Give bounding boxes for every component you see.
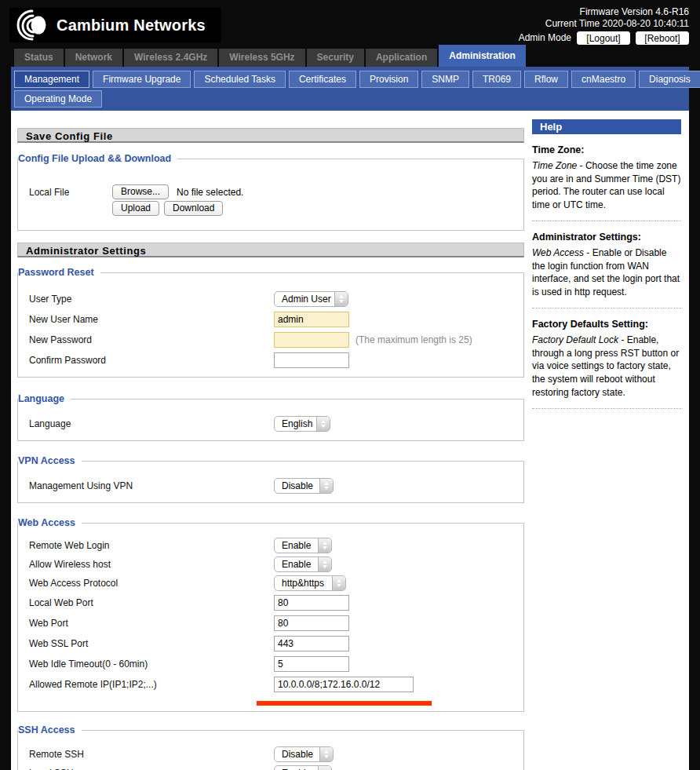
- web-port-input[interactable]: [274, 615, 349, 631]
- subtab-diagnosis[interactable]: Diagnosis: [639, 71, 700, 88]
- ssh-access-legend: SSH Access: [18, 724, 82, 735]
- allow-wireless-host-value: Enable: [275, 559, 311, 570]
- password-reset-group: Password Reset User Type Admin User New …: [17, 267, 524, 378]
- management-using-vpn-value: Disable: [275, 480, 313, 491]
- select-stepper-icon: [316, 417, 330, 431]
- select-stepper-icon: [318, 766, 331, 770]
- main-tab-bar: Status Network Wireless 2.4GHz Wireless …: [14, 45, 526, 67]
- user-type-value: Admin User: [275, 294, 331, 305]
- web-ssl-port-label: Web SSL Port: [18, 638, 274, 649]
- administrator-settings-section-header: Administrator Settings: [17, 243, 524, 257]
- subtab-scheduled-tasks[interactable]: Scheduled Tasks: [194, 71, 286, 88]
- web-ssl-port-input[interactable]: [274, 636, 349, 651]
- subtab-rflow[interactable]: Rflow: [524, 71, 568, 88]
- select-stepper-icon: [332, 576, 345, 590]
- language-value: English: [275, 418, 312, 429]
- local-file-label: Local File: [18, 187, 112, 198]
- language-group: Language Language English: [17, 393, 524, 441]
- ssh-access-group: SSH Access Remote SSH Disable Local SSH …: [17, 724, 524, 770]
- help-heading: Time Zone:: [532, 144, 681, 155]
- subtab-cnmaestro[interactable]: cnMaestro: [571, 71, 636, 88]
- admin-mode-label: Admin Mode: [519, 32, 571, 44]
- brand-name: Cambium Networks: [57, 16, 206, 35]
- user-type-label: User Type: [18, 294, 274, 305]
- allow-wireless-host-label: Allow Wireless host: [18, 559, 274, 570]
- no-file-selected-text: No file selected.: [177, 187, 243, 198]
- subtab-snmp[interactable]: SNMP: [421, 71, 469, 88]
- firmware-version-text: Firmware Version 4.6-R16: [519, 6, 689, 18]
- help-heading: Factory Defaults Setting:: [532, 319, 681, 330]
- subtab-firmware-upgrade[interactable]: Firmware Upgrade: [93, 71, 191, 88]
- new-password-input[interactable]: [274, 332, 349, 348]
- vpn-access-legend: VPN Access: [18, 455, 82, 466]
- remote-web-login-value: Enable: [275, 540, 311, 551]
- logout-button[interactable]: [Logout]: [577, 31, 630, 45]
- remote-ssh-label: Remote SSH: [18, 749, 274, 760]
- tab-wireless-24ghz[interactable]: Wireless 2.4GHz: [124, 49, 217, 67]
- admin-management-page: Cambium Networks Firmware Version 4.6-R1…: [0, 0, 700, 770]
- help-term: Web Access: [532, 247, 584, 258]
- subtab-management[interactable]: Management: [14, 71, 89, 88]
- tab-application[interactable]: Application: [366, 49, 437, 67]
- help-heading: Administrator Settings:: [532, 232, 681, 243]
- help-sidebar: Help Time Zone: Time Zone - Choose the t…: [532, 119, 681, 409]
- help-term: Time Zone: [532, 160, 577, 171]
- select-stepper-icon: [318, 557, 331, 571]
- help-block-factory-defaults: Factory Defaults Setting: Factory Defaul…: [532, 319, 681, 409]
- management-using-vpn-select[interactable]: Disable: [274, 478, 334, 494]
- tab-network[interactable]: Network: [65, 49, 122, 67]
- web-access-legend: Web Access: [18, 517, 82, 528]
- web-idle-timeout-input[interactable]: [274, 656, 349, 672]
- password-reset-legend: Password Reset: [18, 267, 100, 278]
- web-idle-timeout-label: Web Idle Timeout(0 - 60min): [18, 659, 274, 670]
- reboot-button[interactable]: [Reboot]: [636, 31, 689, 45]
- subtab-operating-mode[interactable]: Operating Mode: [14, 90, 102, 108]
- remote-web-login-label: Remote Web Login: [18, 540, 274, 551]
- new-user-name-input[interactable]: [274, 312, 349, 327]
- select-stepper-icon: [319, 747, 333, 761]
- web-access-protocol-select[interactable]: http&https: [274, 575, 346, 591]
- new-password-label: New Password: [18, 334, 274, 345]
- language-select[interactable]: English: [274, 416, 330, 432]
- cambium-logo-icon: [16, 9, 52, 42]
- page-content: Save Config File Config File Upload && D…: [11, 111, 689, 770]
- download-button[interactable]: Download: [164, 201, 223, 216]
- allowed-remote-ip-input[interactable]: [274, 677, 414, 692]
- local-web-port-input[interactable]: [274, 595, 349, 611]
- allowed-remote-ip-label: Allowed Remote IP(IP1;IP2;...): [18, 679, 274, 690]
- confirm-password-label: Confirm Password: [18, 355, 274, 366]
- sub-tab-bar: Management Firmware Upgrade Scheduled Ta…: [11, 67, 689, 111]
- subtab-tr069[interactable]: TR069: [472, 71, 521, 88]
- browse-button[interactable]: Browse...: [112, 184, 169, 199]
- config-file-group: Config File Upload && Download Local Fil…: [17, 153, 524, 231]
- web-access-protocol-label: Web Access Protocol: [18, 578, 274, 589]
- help-block-time-zone: Time Zone: Time Zone - Choose the time z…: [532, 144, 681, 221]
- tab-security[interactable]: Security: [307, 49, 364, 67]
- current-time-text: Current Time 2020-08-20 10:40:11: [519, 18, 689, 30]
- local-ssh-select[interactable]: Enable: [274, 765, 332, 770]
- config-file-legend: Config File Upload && Download: [18, 153, 177, 164]
- subtab-provision[interactable]: Provision: [359, 71, 418, 88]
- subtab-certificates[interactable]: Certificates: [289, 71, 356, 88]
- select-stepper-icon: [319, 479, 333, 493]
- tab-wireless-5ghz[interactable]: Wireless 5GHz: [219, 49, 304, 67]
- select-stepper-icon: [334, 292, 348, 306]
- confirm-password-input[interactable]: [274, 352, 349, 368]
- new-user-name-label: New User Name: [18, 314, 274, 325]
- remote-ssh-select[interactable]: Disable: [274, 746, 334, 762]
- select-stepper-icon: [318, 538, 331, 553]
- tab-administration[interactable]: Administration: [439, 45, 526, 67]
- allow-wireless-host-select[interactable]: Enable: [274, 557, 332, 572]
- web-port-label: Web Port: [18, 618, 274, 629]
- help-header: Help: [532, 119, 681, 134]
- web-access-group: Web Access Remote Web Login Enable Allow…: [17, 517, 524, 712]
- help-block-administrator-settings: Administrator Settings: Web Access - Ena…: [532, 232, 681, 308]
- remote-ssh-value: Disable: [275, 749, 313, 760]
- remote-web-login-select[interactable]: Enable: [274, 538, 332, 553]
- red-highlight-bar: [257, 701, 432, 706]
- brand-logo-box: Cambium Networks: [9, 8, 221, 42]
- save-config-section-header: Save Config File: [17, 128, 524, 143]
- user-type-select[interactable]: Admin User: [274, 291, 348, 307]
- tab-status[interactable]: Status: [14, 49, 64, 67]
- upload-button[interactable]: Upload: [112, 201, 159, 216]
